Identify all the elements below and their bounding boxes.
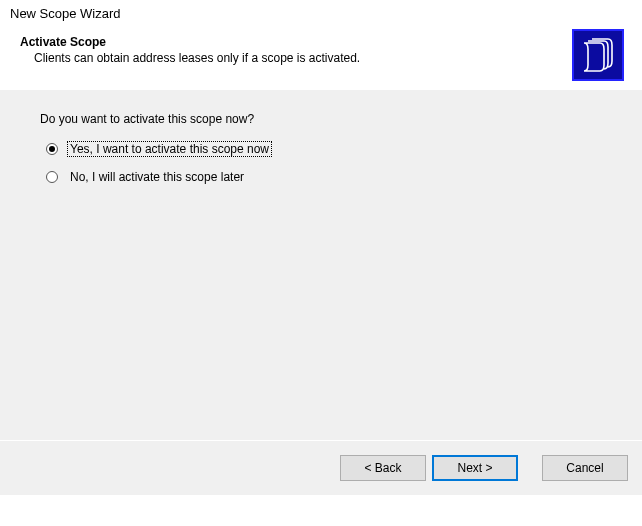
scope-icon — [572, 29, 624, 81]
radio-no[interactable] — [46, 171, 58, 183]
radio-no-label: No, I will activate this scope later — [68, 170, 246, 184]
radio-yes-label: Yes, I want to activate this scope now — [68, 142, 271, 156]
next-button[interactable]: Next > — [432, 455, 518, 481]
option-yes-row[interactable]: Yes, I want to activate this scope now — [40, 142, 602, 156]
radio-yes[interactable] — [46, 143, 58, 155]
page-title: Activate Scope — [20, 35, 630, 49]
option-no-row[interactable]: No, I will activate this scope later — [40, 170, 602, 184]
button-spacer — [524, 455, 536, 481]
cancel-button[interactable]: Cancel — [542, 455, 628, 481]
wizard-footer: < Back Next > Cancel — [0, 441, 642, 495]
back-button[interactable]: < Back — [340, 455, 426, 481]
wizard-body: Do you want to activate this scope now? … — [0, 90, 642, 440]
window-title: New Scope Wizard — [0, 0, 642, 29]
page-subtitle: Clients can obtain address leases only i… — [20, 51, 460, 65]
wizard-header: Activate Scope Clients can obtain addres… — [0, 29, 642, 89]
prompt-text: Do you want to activate this scope now? — [40, 112, 602, 126]
